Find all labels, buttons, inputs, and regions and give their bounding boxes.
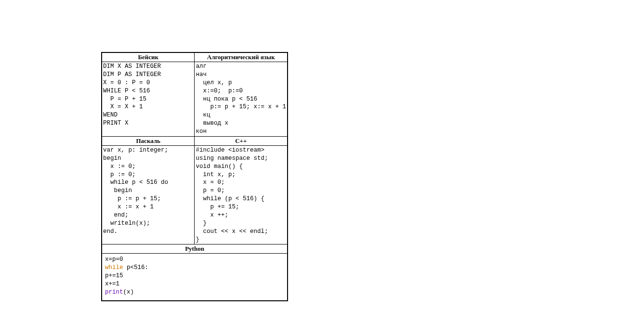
header-pascal: Паскаль [102, 136, 195, 145]
code-cpp: #include <iostream> using namespace std;… [195, 145, 288, 244]
header-python: Python [102, 244, 288, 254]
code-table: Бейсик Алгоритмический язык DIM X AS INT… [101, 52, 288, 301]
code-pascal: var x, p: integer; begin x := 0; p := 0;… [102, 145, 195, 244]
py-line-5-rest: (x) [123, 289, 134, 295]
code-algo: алг нач цел x, p x:=0; p:=0 нц пока p < … [195, 62, 288, 137]
py-keyword-while: while [105, 264, 123, 271]
header-algo: Алгоритмический язык [195, 53, 288, 62]
header-basic: Бейсик [102, 53, 195, 62]
py-line-2-rest: p<516: [123, 264, 149, 271]
py-fn-print: print [105, 289, 123, 295]
py-line-3: p+=15 [105, 272, 123, 279]
code-basic: DIM X AS INTEGER DIM P AS INTEGER X = 0 … [102, 62, 195, 137]
header-cpp: С++ [195, 136, 288, 145]
code-python: x=p=0 while p<516: p+=15 x+=1 print(x) [102, 254, 288, 300]
py-line-1: x=p=0 [105, 256, 123, 263]
py-line-4: x+=1 [105, 281, 119, 287]
